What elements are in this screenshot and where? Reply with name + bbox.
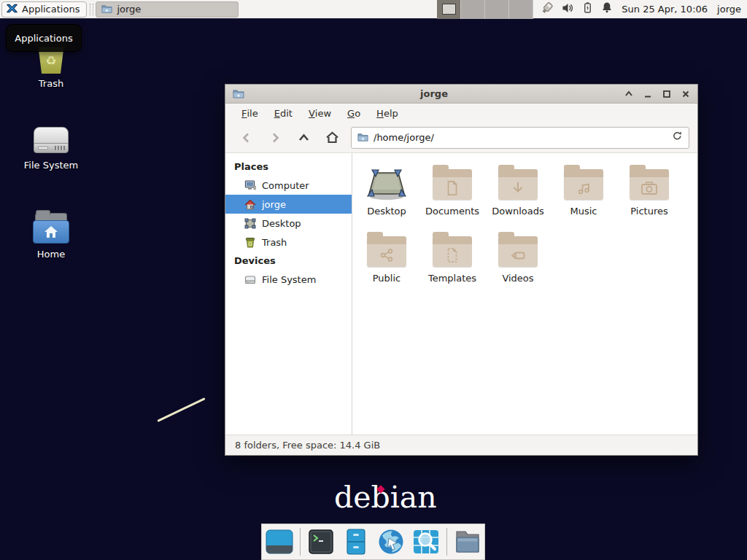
address-input[interactable] — [374, 132, 667, 143]
sidebar-item-trash[interactable]: Trash — [225, 233, 352, 252]
menubar: File Edit View Go Help — [225, 104, 697, 122]
download-arrow-glyph — [509, 179, 527, 197]
window-titlebar[interactable]: jorge — [225, 85, 697, 104]
menu-file[interactable]: File — [233, 104, 266, 122]
menu-help[interactable]: Help — [368, 104, 406, 122]
harddrive-icon — [32, 127, 70, 156]
window-body: Places Computer jorge Desktop Trash — [225, 153, 697, 435]
folder-icon — [498, 236, 538, 267]
recycle-glyph: ♻ — [45, 53, 56, 68]
folder-item-public[interactable]: Public — [354, 230, 419, 295]
desktop-icon — [244, 218, 256, 229]
sidebar-header-devices: Devices — [225, 252, 352, 270]
home-folder-icon — [32, 213, 70, 245]
folder-icon — [367, 236, 406, 267]
workspace-window-thumbnail — [442, 4, 456, 15]
trash-icon — [244, 237, 256, 248]
sidebar-item-computer[interactable]: Computer — [225, 176, 352, 195]
maximize-button[interactable] — [662, 89, 671, 98]
workspace-1[interactable] — [437, 0, 461, 19]
workspace-switcher — [437, 0, 533, 19]
folder-item-templates[interactable]: Templates — [419, 230, 485, 295]
volume-icon[interactable] — [562, 2, 574, 17]
home-icon — [244, 199, 256, 210]
address-bar[interactable] — [351, 127, 689, 149]
folder-item-documents[interactable]: Documents — [419, 163, 485, 228]
folder-item-pictures[interactable]: Pictures — [616, 163, 682, 228]
workspace-2[interactable] — [461, 0, 485, 19]
menu-view[interactable]: View — [301, 104, 339, 122]
address-folder-icon — [357, 132, 368, 143]
desktop-item-icon — [366, 168, 407, 201]
cursor-trail-artifact — [157, 397, 205, 422]
up-button[interactable] — [290, 127, 317, 149]
applications-menu-button[interactable]: Applications — [1, 1, 87, 18]
sidebar-header-places: Places — [225, 158, 352, 176]
template-glyph — [444, 246, 460, 264]
desktop-icon-filesystem[interactable]: File System — [16, 122, 86, 171]
sidebar-item-filesystem[interactable]: File System — [225, 270, 352, 289]
menu-edit[interactable]: Edit — [266, 104, 301, 122]
debian-logo: debian — [334, 481, 437, 514]
taskbar-window-label: jorge — [117, 4, 141, 15]
folder-item-music[interactable]: Music — [551, 163, 616, 228]
sidebar-item-desktop[interactable]: Desktop — [225, 214, 352, 233]
applications-menu-label: Applications — [22, 4, 80, 15]
bottom-dock — [261, 524, 485, 560]
dock-separator — [446, 528, 447, 556]
folder-icon — [630, 169, 669, 200]
house-icon — [43, 225, 59, 239]
desktop-screen: Applications jorge — [0, 0, 747, 560]
music-note-glyph — [575, 179, 592, 197]
document-glyph — [444, 179, 460, 197]
panel-username[interactable]: jorge — [717, 4, 741, 15]
window-title: jorge — [244, 88, 624, 99]
folder-item-downloads[interactable]: Downloads — [485, 163, 551, 228]
computer-icon — [244, 180, 256, 190]
reload-button[interactable] — [672, 131, 683, 144]
xfce-applications-icon — [6, 2, 18, 17]
status-text: 8 folders, Free space: 14.4 GiB — [235, 440, 380, 451]
sidebar-item-jorge[interactable]: jorge — [225, 195, 352, 214]
desktop-icon-label: File System — [24, 160, 78, 171]
share-glyph — [378, 246, 395, 264]
power-manager-icon[interactable] — [582, 1, 593, 17]
back-button[interactable] — [233, 127, 260, 149]
sidebar: Places Computer jorge Desktop Trash — [225, 153, 352, 435]
minimize-button[interactable] — [643, 89, 652, 98]
close-button[interactable] — [681, 89, 690, 98]
folder-icon — [101, 4, 112, 15]
top-panel: Applications jorge — [0, 0, 747, 19]
folder-item-videos[interactable]: Videos — [485, 230, 551, 295]
folder-icon — [564, 169, 603, 200]
forward-button[interactable] — [262, 127, 288, 149]
home-button[interactable] — [319, 127, 345, 149]
desktop-icon-label: Trash — [39, 78, 63, 89]
desktop-icon-home[interactable]: Home — [16, 211, 86, 260]
notification-bell-icon[interactable] — [601, 1, 613, 17]
shade-button[interactable] — [624, 89, 633, 98]
system-tray — [541, 1, 613, 18]
window-folder-icon — [233, 88, 244, 100]
workspace-4[interactable] — [509, 0, 533, 19]
folder-icon — [433, 169, 472, 200]
statusbar: 8 folders, Free space: 14.4 GiB — [225, 435, 697, 455]
directory-menu-button[interactable] — [453, 527, 482, 556]
terminal-launcher[interactable] — [306, 527, 336, 556]
panel-handle[interactable] — [90, 4, 93, 15]
panel-clock: Sun 25 Apr, 10:06 — [622, 4, 708, 15]
taskbar-window-button[interactable]: jorge — [96, 1, 239, 18]
show-desktop-button[interactable] — [265, 527, 294, 556]
file-cabinet-launcher[interactable] — [341, 527, 371, 556]
folder-view: Desktop Documents Downloads — [352, 153, 697, 435]
web-browser-launcher[interactable] — [376, 527, 406, 556]
workspace-3[interactable] — [485, 0, 509, 19]
menu-go[interactable]: Go — [339, 104, 368, 122]
removable-media-icon[interactable] — [541, 1, 554, 18]
app-finder-launcher[interactable] — [411, 527, 441, 556]
folder-icon — [433, 236, 472, 267]
folder-item-desktop[interactable]: Desktop — [354, 163, 419, 228]
dock-separator — [300, 528, 301, 556]
camera-glyph — [640, 179, 659, 197]
desktop-icon-label: Home — [37, 249, 65, 260]
